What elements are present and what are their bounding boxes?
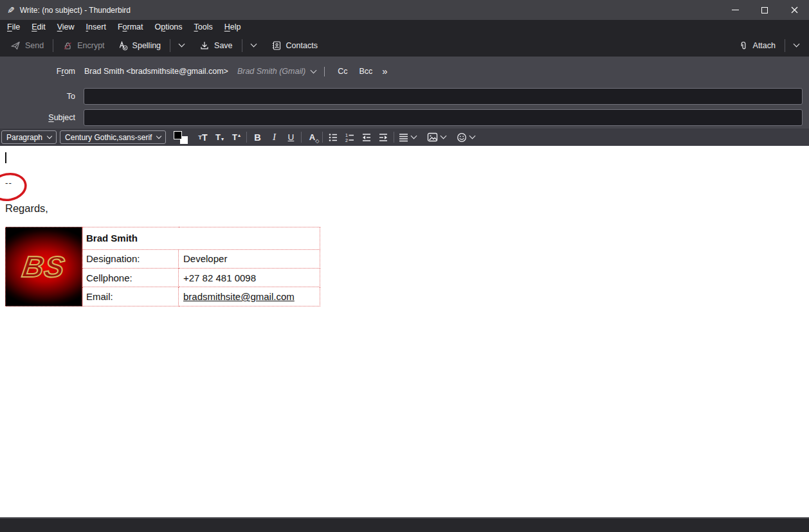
chevron-down-icon [156, 133, 161, 138]
menu-tools[interactable]: Tools [188, 21, 219, 33]
from-label: From [0, 67, 75, 76]
insert-smiley-button[interactable] [453, 130, 478, 145]
menu-format[interactable]: Format [112, 21, 149, 33]
bcc-button[interactable]: Bcc [353, 65, 378, 78]
bold-button[interactable]: B [249, 130, 266, 145]
cc-button[interactable]: Cc [332, 65, 353, 78]
header-divider [324, 67, 325, 76]
chevron-down-icon [311, 67, 317, 73]
paper-plane-icon [10, 40, 21, 51]
encrypt-button[interactable]: Encrypt [57, 37, 109, 54]
chevron-down-icon [410, 133, 417, 139]
outdent-button[interactable] [358, 130, 375, 145]
chevron-down-icon [47, 133, 52, 138]
window-title: Write: (no subject) - Thunderbird [20, 6, 131, 15]
menu-help[interactable]: Help [219, 21, 247, 33]
signature-logo: BS [5, 227, 82, 306]
chevron-down-icon [469, 133, 476, 139]
bullet-list-icon [328, 132, 338, 143]
decrease-font-size-button[interactable]: T▾ [211, 130, 228, 145]
menu-options[interactable]: Options [149, 21, 188, 33]
spelling-dropdown-button[interactable] [174, 40, 189, 50]
bottom-bar [0, 517, 809, 532]
paragraph-style-select[interactable]: Paragraph [1, 130, 57, 144]
save-dropdown-button[interactable] [246, 40, 261, 50]
signature-row-label: Email: [83, 287, 179, 306]
send-button[interactable]: Send [5, 37, 49, 54]
signature-row-value: Developer [179, 249, 320, 268]
underline-button[interactable]: U [282, 130, 299, 145]
chevron-down-icon [794, 41, 800, 48]
menu-view[interactable]: View [51, 21, 80, 33]
svg-text:2: 2 [345, 137, 348, 142]
menu-insert[interactable]: Insert [80, 21, 112, 33]
alignment-button[interactable] [396, 130, 418, 145]
remove-text-styling-button[interactable]: A◇ [304, 130, 320, 145]
contacts-button[interactable]: Contacts [266, 37, 323, 54]
signature-separator: -- [5, 178, 12, 188]
image-icon [427, 132, 438, 142]
more-recipients-button[interactable]: » [378, 66, 391, 78]
spellcheck-icon [118, 40, 128, 51]
address-book-icon [271, 40, 282, 51]
paperclip-icon [738, 40, 749, 51]
red-circle-annotation [0, 170, 30, 205]
format-divider [301, 132, 302, 143]
spelling-button[interactable]: Spelling [113, 37, 166, 54]
compose-window: ✎ Write: (no subject) - Thunderbird File… [0, 0, 809, 532]
menu-file[interactable]: File [1, 21, 26, 33]
menu-edit[interactable]: Edit [26, 21, 51, 33]
table-row: Designation: Developer [83, 249, 320, 268]
to-label: To [0, 92, 75, 101]
chevron-down-icon [440, 133, 446, 139]
window-controls [720, 0, 809, 20]
numbered-list-button[interactable]: 12 [341, 130, 358, 145]
toolbar-divider [242, 39, 242, 52]
save-button[interactable]: Save [194, 37, 238, 54]
outdent-icon [361, 132, 372, 143]
text-color-picker[interactable] [174, 131, 188, 144]
message-body-editor[interactable]: -- Regards, BS Brad Smith Designation: D… [0, 146, 809, 517]
insert-image-button[interactable] [423, 130, 449, 145]
format-toolbar: Paragraph Century Gothic,sans-serif TT T… [0, 129, 809, 146]
bullet-list-button[interactable] [325, 130, 341, 145]
attach-dropdown-button[interactable] [789, 40, 804, 50]
pencil-icon: ✎ [7, 6, 15, 15]
subject-label: Subject [0, 113, 75, 122]
signature-row-value: +27 82 481 0098 [179, 269, 320, 287]
subject-row: Subject [0, 107, 809, 129]
minimize-icon [732, 10, 739, 10]
indent-button[interactable] [375, 130, 392, 145]
minimize-button[interactable] [720, 0, 750, 20]
signature-block: BS Brad Smith Designation: Developer Cel… [5, 227, 320, 306]
attach-button[interactable]: Attach [733, 37, 781, 54]
font-select[interactable]: Century Gothic,sans-serif [60, 130, 166, 144]
email-link[interactable]: bradsmithsite@gmail.com [183, 291, 295, 302]
format-divider [246, 132, 247, 143]
maximize-icon [761, 7, 768, 13]
logo-initials: BS [20, 249, 67, 284]
italic-button[interactable]: I [266, 130, 282, 145]
closing-text: Regards, [5, 202, 48, 215]
close-icon [791, 6, 798, 13]
close-button[interactable] [779, 0, 809, 20]
smiley-icon [457, 132, 467, 143]
align-icon [399, 133, 408, 142]
identity-selector[interactable]: Brad Smith (Gmail) [237, 67, 316, 76]
toolbar-divider [785, 39, 785, 52]
maximize-button[interactable] [750, 0, 779, 20]
message-headers: From Brad Smith <bradsmithsite@gmail.com… [0, 57, 809, 129]
menubar: File Edit View Insert Format Options Too… [0, 20, 809, 34]
indent-icon [378, 132, 388, 143]
signature-row-label: Cellphone: [83, 269, 179, 287]
lock-slash-icon [62, 40, 73, 51]
to-input[interactable] [84, 88, 803, 105]
font-size-button[interactable]: TT [194, 130, 211, 145]
signature-table: Brad Smith Designation: Developer Cellph… [82, 227, 320, 306]
from-row: From Brad Smith <bradsmithsite@gmail.com… [0, 57, 809, 86]
chevron-down-icon [250, 41, 257, 48]
subject-input[interactable] [84, 109, 803, 126]
increase-font-size-button[interactable]: T▴ [228, 130, 244, 145]
numbered-list-icon: 12 [345, 132, 355, 143]
table-row: Email: bradsmithsite@gmail.com [83, 287, 320, 306]
